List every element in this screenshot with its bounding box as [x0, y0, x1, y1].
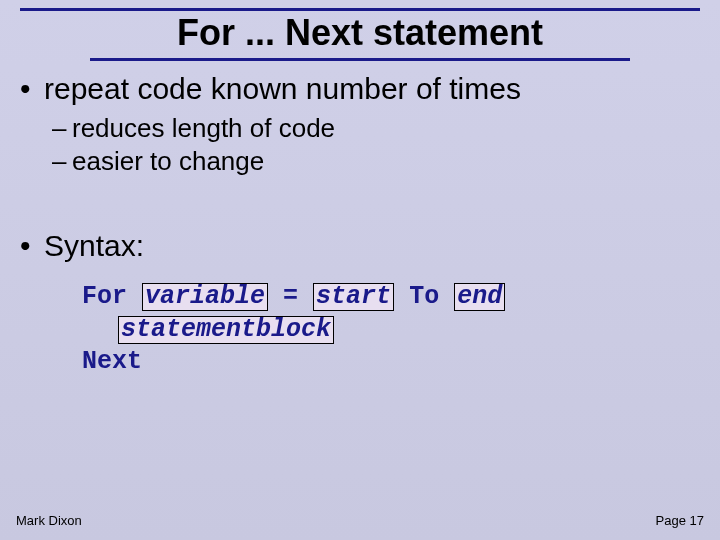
slide-content: repeat code known number of times reduce…: [20, 72, 700, 379]
code-line-next: Next: [82, 346, 700, 379]
placeholder-end: end: [454, 283, 505, 311]
slide-title: For ... Next statement: [0, 12, 720, 54]
subbullet-reduces: reduces length of code: [20, 112, 700, 145]
footer-page: Page 17: [656, 513, 704, 528]
bullet-syntax: Syntax:: [20, 229, 700, 263]
bullet-repeat: repeat code known number of times: [20, 72, 700, 106]
top-rule: [20, 8, 700, 11]
equals-sign: =: [283, 282, 298, 311]
syntax-code: For variable = start To end statementblo…: [20, 281, 700, 379]
keyword-next: Next: [82, 347, 142, 376]
title-underline: [90, 58, 630, 61]
placeholder-start: start: [313, 283, 394, 311]
keyword-to: To: [409, 282, 439, 311]
placeholder-statementblock: statementblock: [118, 316, 334, 344]
subbullet-easier: easier to change: [20, 145, 700, 178]
code-line-for: For variable = start To end: [82, 281, 700, 314]
placeholder-variable: variable: [142, 283, 268, 311]
keyword-for: For: [82, 282, 127, 311]
footer-author: Mark Dixon: [16, 513, 82, 528]
code-line-stmt: statementblock: [82, 314, 700, 347]
